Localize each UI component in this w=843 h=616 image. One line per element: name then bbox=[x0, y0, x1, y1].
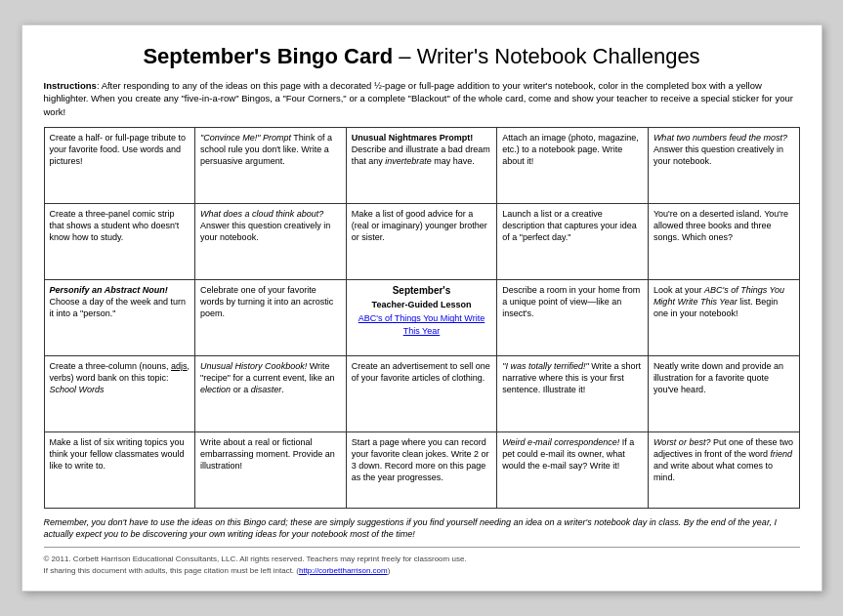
cell-r1c3: Unusual Nightmares Prompt! Describe and … bbox=[346, 127, 497, 203]
table-row: Make a list of six writing topics you th… bbox=[44, 431, 799, 508]
instructions-label: Instructions bbox=[44, 80, 97, 91]
page-title: September's Bingo Card – Writer's Notebo… bbox=[44, 43, 800, 71]
cell-center: September's Teacher-Guided Lesson ABC's … bbox=[346, 279, 497, 355]
cell-r4c5: Neatly write down and provide an illustr… bbox=[648, 355, 799, 431]
center-link[interactable]: ABC's of Things You Might Write This Yea… bbox=[358, 313, 485, 335]
table-row: Create a three-panel comic strip that sh… bbox=[44, 203, 799, 279]
cell-r4c4: "I was totally terrified!" Write a short… bbox=[497, 355, 649, 431]
cell-r2c2: What does a cloud think about? Answer th… bbox=[195, 203, 347, 279]
cell-r2c1: Create a three-panel comic strip that sh… bbox=[44, 203, 195, 279]
footer-note: Remember, you don't have to use the idea… bbox=[44, 516, 800, 541]
copyright-link[interactable]: http://corbettharrison.com bbox=[299, 566, 388, 575]
page: September's Bingo Card – Writer's Notebo… bbox=[21, 24, 822, 592]
cell-r1c5: What two numbers feud the most? Answer t… bbox=[648, 127, 799, 203]
table-row: Personify an Abstract Noun! Choose a day… bbox=[44, 279, 799, 355]
cell-r2c3: Make a list of good advice for a (real o… bbox=[346, 203, 497, 279]
cell-r1c2: "Convince Me!" Prompt Think of a school … bbox=[195, 127, 347, 203]
cell-r4c3: Create an advertisement to sell one of y… bbox=[346, 355, 497, 431]
cell-r3c5: Look at your ABC's of Things You Might W… bbox=[648, 279, 799, 355]
cell-r2c4: Launch a list or a creative description … bbox=[497, 203, 649, 279]
cell-r3c1: Personify an Abstract Noun! Choose a day… bbox=[44, 279, 195, 355]
cell-r2c5: You're on a deserted island. You're allo… bbox=[648, 203, 799, 279]
bingo-table: Create a half- or full-page tribute to y… bbox=[44, 127, 800, 509]
cell-r3c2: Celebrate one of your favorite words by … bbox=[195, 279, 347, 355]
cell-r3c4: Describe a room in your home from a uniq… bbox=[497, 279, 649, 355]
table-row: Create a three-column (nouns, adjs, verb… bbox=[44, 355, 799, 431]
cell-r5c5: Worst or best? Put one of these two adje… bbox=[648, 431, 799, 508]
cell-r1c1: Create a half- or full-page tribute to y… bbox=[44, 127, 195, 203]
cell-r5c3: Start a page where you can record your f… bbox=[346, 431, 497, 508]
cell-r4c2: Unusual History Cookbook! Write "recipe"… bbox=[195, 355, 347, 431]
cell-r5c1: Make a list of six writing topics you th… bbox=[44, 431, 195, 508]
cell-r1c4: Attach an image (photo, magazine, etc.) … bbox=[497, 127, 649, 203]
table-row: Create a half- or full-page tribute to y… bbox=[44, 127, 799, 203]
copyright: © 2011. Corbett Harrison Educational Con… bbox=[44, 554, 800, 577]
cell-r5c2: Write about a real or fictional embarras… bbox=[195, 431, 347, 508]
cell-r5c4: Weird e-mail correspondence! If a pet co… bbox=[497, 431, 649, 508]
cell-r4c1: Create a three-column (nouns, adjs, verb… bbox=[44, 355, 195, 431]
divider bbox=[44, 547, 800, 548]
instructions: Instructions: After responding to any of… bbox=[44, 79, 800, 119]
